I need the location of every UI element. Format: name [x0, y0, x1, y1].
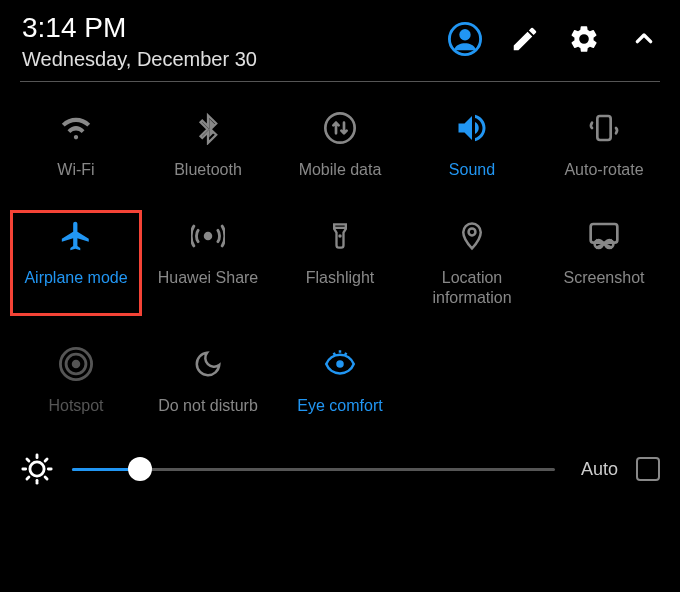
svg-line-26 — [27, 477, 29, 479]
slider-thumb[interactable] — [128, 457, 152, 481]
header-actions — [448, 22, 660, 56]
edit-icon[interactable] — [510, 24, 540, 54]
dnd-moon-icon — [193, 346, 223, 382]
tile-label: Sound — [449, 160, 495, 180]
tile-label: Auto-rotate — [564, 160, 643, 180]
location-icon — [457, 218, 487, 254]
brightness-slider[interactable] — [72, 468, 555, 471]
header-left: 3:14 PM Wednesday, December 30 — [22, 12, 257, 71]
clock-date: Wednesday, December 30 — [22, 48, 257, 71]
clock-time: 3:14 PM — [22, 12, 257, 44]
screenshot-icon — [586, 218, 622, 254]
flashlight-tile[interactable]: Flashlight — [274, 210, 406, 316]
mobile-data-tile[interactable]: Mobile data — [274, 102, 406, 188]
tile-label: Mobile data — [299, 160, 382, 180]
tile-label: Bluetooth — [174, 160, 242, 180]
tile-label: Hotspot — [48, 396, 103, 416]
tile-label: Screenshot — [564, 268, 645, 288]
svg-point-12 — [72, 360, 81, 369]
do-not-disturb-tile[interactable]: Do not disturb — [142, 338, 274, 424]
auto-rotate-tile[interactable]: Auto-rotate — [538, 102, 670, 188]
eye-icon — [321, 346, 359, 382]
status-header: 3:14 PM Wednesday, December 30 — [0, 0, 680, 81]
svg-point-19 — [30, 462, 44, 476]
sound-icon — [454, 110, 490, 146]
svg-point-15 — [336, 360, 344, 368]
eye-comfort-tile[interactable]: Eye comfort — [274, 338, 406, 424]
quick-settings-grid: Wi-Fi Bluetooth Mobile data Sound Auto-r… — [0, 82, 680, 424]
huawei-share-icon — [191, 218, 225, 254]
svg-point-4 — [204, 232, 213, 241]
hotspot-tile[interactable]: Hotspot — [10, 338, 142, 424]
screenshot-tile[interactable]: Screenshot — [538, 210, 670, 316]
tile-label: Huawei Share — [158, 268, 259, 288]
wifi-tile[interactable]: Wi-Fi — [10, 102, 142, 188]
collapse-chevron-icon[interactable] — [628, 23, 660, 55]
svg-rect-3 — [597, 116, 610, 140]
bluetooth-tile[interactable]: Bluetooth — [142, 102, 274, 188]
tile-label: Flashlight — [306, 268, 374, 288]
svg-point-6 — [338, 234, 342, 238]
tile-label: Do not disturb — [158, 396, 258, 416]
mobile-data-icon — [324, 110, 356, 146]
svg-point-1 — [459, 29, 470, 40]
airplane-icon — [59, 218, 93, 254]
svg-rect-7 — [591, 224, 618, 243]
huawei-share-tile[interactable]: Huawei Share — [142, 210, 274, 316]
airplane-mode-tile[interactable]: Airplane mode — [10, 210, 142, 316]
tile-label: Location information — [432, 268, 511, 308]
brightness-control: Auto — [0, 424, 680, 506]
settings-gear-icon[interactable] — [568, 23, 600, 55]
location-tile[interactable]: Location information — [406, 210, 538, 316]
svg-line-24 — [27, 459, 29, 461]
svg-point-2 — [325, 113, 354, 142]
flashlight-icon — [326, 218, 354, 254]
sound-tile[interactable]: Sound — [406, 102, 538, 188]
auto-brightness-checkbox[interactable] — [636, 457, 660, 481]
tile-label: Wi-Fi — [57, 160, 94, 180]
auto-rotate-icon — [588, 110, 620, 146]
svg-line-16 — [334, 353, 335, 356]
svg-line-27 — [45, 459, 47, 461]
brightness-icon — [20, 452, 54, 486]
wifi-icon — [59, 110, 93, 146]
profile-icon[interactable] — [448, 22, 482, 56]
bluetooth-icon — [193, 110, 223, 146]
svg-line-18 — [345, 353, 346, 356]
auto-brightness-label: Auto — [581, 459, 618, 480]
tile-label: Eye comfort — [297, 396, 382, 416]
hotspot-icon — [59, 346, 93, 382]
tile-label: Airplane mode — [24, 268, 127, 288]
svg-line-25 — [45, 477, 47, 479]
